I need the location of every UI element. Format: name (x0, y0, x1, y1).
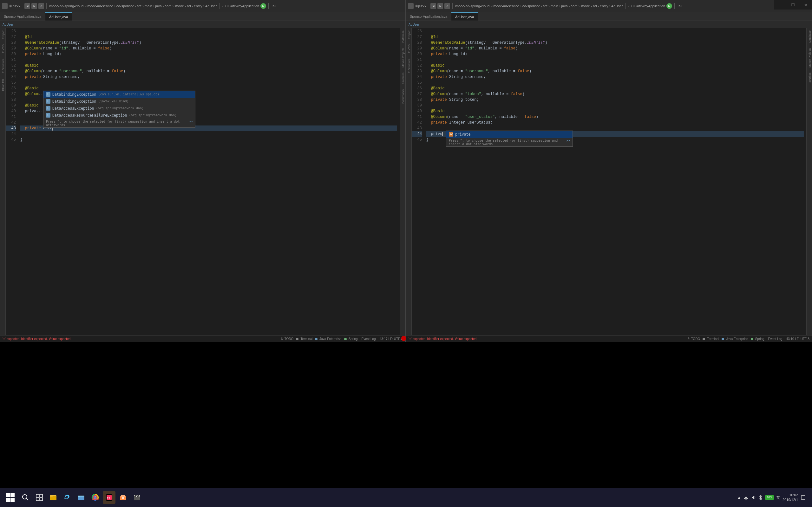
right-tab-sponsor[interactable]: SponsorApplication.java (406, 12, 451, 20)
left-code-content[interactable]: @Id @GeneratedValue(strategy = Generatio… (18, 28, 400, 335)
volume-icon[interactable] (751, 495, 756, 500)
right-sep1 (428, 3, 428, 9)
right-refresh-icon[interactable]: ↺ (444, 3, 450, 9)
minimize-button[interactable]: – (774, 0, 786, 9)
left-bottom-tabs: 6: TODO Terminal Java Enterprise Spring (281, 337, 358, 341)
code-line-31 (20, 57, 397, 63)
notification-icon[interactable] (801, 495, 806, 500)
r-project-panel[interactable]: Project (406, 28, 411, 42)
plantuml-panel-label[interactable]: PlantUML (0, 76, 5, 94)
right-java-enterprise-tab[interactable]: Java Enterprise (722, 337, 748, 341)
sep4 (268, 3, 269, 9)
svg-rect-6 (36, 494, 39, 497)
battery-indicator: 92% (765, 495, 774, 500)
menu-icon[interactable]: ☰ (2, 3, 8, 9)
left-terminal-label: Terminal (300, 337, 312, 341)
right-tab-aduser[interactable]: AdUser.java (451, 12, 478, 20)
favorites-panel-label[interactable]: Favorites (400, 70, 405, 87)
right-tail: Tail (677, 4, 682, 8)
maven-panel-label[interactable]: Maven Projects (400, 45, 405, 70)
right-editor-area: Project 1: VCS 2: Structure 26 27 28 29 … (406, 28, 812, 335)
left-java-enterprise-tab[interactable]: Java Enterprise (315, 337, 341, 341)
left-autocomplete[interactable]: C DatabindingException (com.sun.xml.inte… (43, 91, 195, 128)
network-icon[interactable] (744, 495, 749, 500)
left-spring-tab[interactable]: Spring (344, 337, 358, 341)
r-ac-icon-0: kw (449, 132, 453, 136)
refresh-icon[interactable]: ↺ (38, 3, 44, 9)
r-favorites-panel[interactable]: Favorites (807, 70, 812, 87)
app6-button[interactable] (131, 491, 143, 504)
project-panel-label[interactable]: Project (0, 28, 5, 42)
intellij-button[interactable]: IJ (103, 491, 115, 504)
structure-panel-label[interactable]: 2: Structure (0, 56, 5, 76)
r-database-panel[interactable]: Database (807, 28, 812, 45)
right-back-icon[interactable]: ◀ (430, 3, 436, 9)
database-panel-label[interactable]: Database (400, 28, 405, 45)
ide-container: ☰ ①7355 ◀ ▶ ↺ imooc-ad-spring-cloud › im… (0, 0, 812, 342)
vcs-panel-label[interactable]: 1: VCS (0, 42, 5, 56)
left-right-panel: Database Maven Projects Favorites Bookma… (400, 28, 405, 335)
edge-icon (63, 494, 71, 501)
entity-label: entity (194, 4, 202, 8)
left-editor-area: Project 1: VCS 2: Structure PlantUML 26 … (0, 28, 405, 335)
ac-item-3[interactable]: C DataAccessResourceFailureException (or… (44, 112, 195, 119)
right-code-content[interactable]: @Id @GeneratedValue(strategy = Generatio… (424, 28, 806, 335)
r-ac-hint: Press ^. to choose the selected (or firs… (446, 138, 572, 147)
run-button[interactable]: ▶ (260, 3, 266, 9)
app5-button[interactable] (117, 491, 130, 504)
left-tab-sponsor[interactable]: SponsorApplication.java (0, 12, 45, 20)
left-todo-tab[interactable]: 6: TODO (281, 337, 294, 341)
explorer-button[interactable] (47, 491, 60, 504)
intellij-icon: IJ (105, 494, 113, 501)
code-line-30: private Long id; (20, 51, 397, 57)
right-todo-tab[interactable]: 6: TODO (688, 337, 700, 341)
right-status-bar: '=' expected. Identifier expected. Value… (406, 335, 812, 342)
right-event-log[interactable]: Event Log (768, 337, 782, 341)
right-spring-tab[interactable]: Spring (751, 337, 764, 341)
right-terminal-tab[interactable]: Terminal (703, 337, 719, 341)
bluetooth-svg (759, 495, 763, 500)
right-autocomplete[interactable]: kw private Press ^. to choose the select… (446, 130, 573, 147)
r-structure-panel[interactable]: 2: Structure (406, 56, 411, 76)
r-code-line-33: @Column(name = "username", nullable = fa… (426, 68, 804, 74)
close-button[interactable]: ✕ (799, 0, 812, 9)
left-event-log[interactable]: Event Log (362, 337, 376, 341)
tray-up-arrow[interactable]: ▲ (737, 495, 741, 500)
code-line-34: private String username; (20, 74, 397, 80)
left-toolbar: ☰ ①7355 ◀ ▶ ↺ imooc-ad-spring-cloud › im… (0, 0, 405, 12)
r-ac-item-0[interactable]: kw private (446, 131, 572, 138)
bluetooth-icon[interactable] (759, 495, 763, 500)
left-tabs-bar: SponsorApplication.java AdUser.java (0, 12, 405, 21)
right-spring-label: Spring (755, 337, 764, 341)
chrome-button[interactable] (89, 491, 101, 504)
left-terminal-tab[interactable]: Terminal (296, 337, 312, 341)
language-indicator[interactable]: 英 (776, 495, 780, 500)
r-terminal-dot (703, 338, 705, 340)
search-taskbar-button[interactable] (19, 491, 32, 504)
r-code-line-35 (426, 80, 804, 86)
right-fwd-icon[interactable]: ▶ (438, 3, 443, 9)
path-sep2: › (114, 4, 116, 8)
back-icon[interactable]: ◀ (24, 3, 30, 9)
network-svg (744, 495, 749, 500)
bookmarks-panel-label[interactable]: Bookmarks (400, 87, 405, 106)
filemanager-button[interactable] (75, 491, 88, 504)
right-run-button[interactable]: ▶ (666, 3, 672, 9)
maximize-button[interactable]: □ (786, 0, 799, 9)
r-maven-panel[interactable]: Maven Projects (807, 45, 812, 70)
r-main-label: main (551, 4, 558, 8)
edge-button[interactable] (61, 491, 73, 504)
black-area (0, 342, 812, 488)
fwd-icon[interactable]: ▶ (32, 3, 37, 9)
right-menu-icon[interactable]: ☰ (408, 3, 414, 9)
r-vcs-panel[interactable]: 1: VCS (406, 42, 411, 56)
left-java-label: Java Enterprise (319, 337, 341, 341)
sep3 (219, 3, 219, 9)
ac-item-0[interactable]: C DatabindingException (com.sun.xml.inte… (44, 91, 195, 98)
taskview-button[interactable] (33, 491, 46, 504)
start-button[interactable] (3, 490, 18, 505)
left-tab-aduser[interactable]: AdUser.java (45, 12, 72, 20)
ac-icon-1: C (46, 99, 50, 104)
ac-item-2[interactable]: C DataAccessException (org.springframewo… (44, 105, 195, 112)
ac-item-1[interactable]: C DataBindingException (javax.xml.bind) (44, 98, 195, 105)
